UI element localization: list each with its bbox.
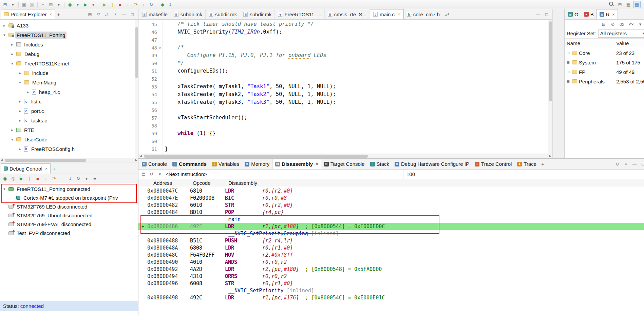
search-icon[interactable] [608,1,615,8]
tab-o[interactable]: ▦O [565,9,581,19]
run-icon[interactable]: ▶ [18,175,25,182]
collapse-all-icon[interactable]: ⊟ [600,20,607,28]
step-into-icon[interactable]: ↓ [42,175,50,182]
save-all-icon[interactable]: ▣ [28,1,36,8]
tab-trace[interactable]: ◆Trace [514,159,539,169]
collapsed-arrow-icon[interactable]: ▸ [18,99,22,104]
scrollbar-thumb[interactable] [549,21,552,101]
code-line[interactable]: xTaskCreate( myTask1, "Task1", 50, NULL,… [165,83,552,91]
minimize-icon[interactable]: — [120,11,128,18]
code-line[interactable]: while (1) {} [165,130,552,137]
registers-name-column-header[interactable]: Name [565,40,614,46]
expanded-arrow-icon[interactable]: ▾ [2,187,7,191]
code-line[interactable]: vTaskStartScheduler(); [165,114,552,122]
scroll-right-icon[interactable]: ▶ [549,154,551,158]
editor-tab-cmsis-rte-s[interactable]: ≡cmsis_rte_S... [325,9,370,19]
stop-icon[interactable]: ■ [34,175,41,182]
editor-hscrollbar[interactable]: ◀ ▶ [138,154,552,158]
code-line[interactable]: configureLEDs(); [165,67,552,75]
tab-variables[interactable]: xVariables [209,159,242,169]
command-script-icon[interactable]: ▤ [140,171,147,178]
project-item-include[interactable]: ▸include [0,68,138,78]
command-history-icon[interactable]: ↺ [148,171,155,178]
editor-body[interactable]: 45464748⊖49505152535455565758596061 /* T… [138,20,552,154]
register-set-combo[interactable]: All registers ▾ [598,29,644,38]
maximize-icon[interactable]: □ [129,11,136,18]
disassembly-rows[interactable]: 0x0800047C6810LDRr0,[r2,#0]0x0800047EF02… [138,187,644,315]
save-icon[interactable]: ▣ [20,1,28,8]
suspend-icon[interactable]: ∥ [109,1,116,8]
collapsed-arrow-icon[interactable]: ▸ [18,109,22,113]
code-line[interactable] [165,137,552,145]
register-group-row[interactable]: ⊞Peripherals2,553 of 2,553 [565,77,644,86]
scroll-left-icon[interactable]: ◀ [139,154,142,158]
debug-dropdown-icon[interactable]: ▾ [74,1,81,8]
project-item-freertos11kernel[interactable]: ▾FreeRTOS11Kernel [0,59,138,68]
collapsed-arrow-icon[interactable]: ▸ [10,42,15,47]
editor-vscrollbar[interactable] [548,20,552,154]
chevron-down-icon[interactable]: ▾ [643,31,644,36]
instruction-step-icon[interactable]: ↧ [67,175,74,182]
collapsed-arrow-icon[interactable]: ▸ [25,90,30,94]
editor-tab-freertos11[interactable]: ◆FreeRTOS11_... [275,9,324,19]
new-dropdown-icon[interactable]: ▾ [9,1,17,8]
code-line[interactable]: /* [165,44,552,52]
project-item-debug[interactable]: ▸Debug [0,49,138,59]
disassembly-label-row[interactable]: main [138,216,644,223]
disassembly-label-row[interactable]: __NVIC_SetPriority [inlined] [138,287,644,294]
expanded-arrow-icon[interactable]: ▾ [10,61,15,66]
tab-project-explorer[interactable]: Project Explorer × [1,9,55,19]
disassembly-row[interactable]: 0x08000484BD10POP{r4,pc} [138,209,644,216]
expand-plus-icon[interactable]: ⊞ [566,60,570,65]
project-item-freertos11-porting[interactable]: ▾FreeRTOS11_Porting [0,30,138,40]
menu-dropdown-icon[interactable]: ▾ [637,20,644,28]
tab-debug-hardware-configure-ip[interactable]: ▦Debug Hardware Configure IP [392,159,472,169]
collapsed-arrow-icon[interactable]: ▸ [18,71,22,75]
run-icon[interactable]: ▶ [82,1,89,8]
new-view-tab-icon[interactable]: + [51,166,58,172]
scrollbar-thumb[interactable] [144,155,368,158]
opcode-column-header[interactable]: Opcode [190,180,225,186]
scroll-left-icon[interactable]: ◀ [1,158,3,162]
debug-target-item-freertos11-porting-connected[interactable]: ▾FreeRTOS11_Porting connected [0,184,138,193]
new-wizard-icon[interactable]: ⊞ [1,1,9,8]
build-dropdown-icon[interactable]: ▾ [55,1,62,8]
project-item-heap-4-c[interactable]: ▸heap_4.c [0,87,138,97]
history-dropdown-icon[interactable]: ▾ [156,171,164,178]
restart-icon[interactable]: ↻ [148,1,155,8]
close-tab-icon[interactable]: × [612,12,615,17]
code-line[interactable] [165,75,552,83]
disassembly-row[interactable]: 0x080004966008STRr0,[r1,#0] [138,280,644,287]
project-item-rte[interactable]: ▸RTE [0,125,138,135]
hex-format-icon[interactable]: 0x [618,20,626,28]
pause-icon[interactable]: ∥ [26,175,33,182]
pin-icon[interactable]: ⊙ [614,160,621,168]
tab-debug-control[interactable]: Debug Control × [1,163,51,174]
disassembly-row[interactable]: 0x0800048A6808LDRr0,[r1,#0] [138,244,644,251]
expand-plus-icon[interactable]: ⊞ [566,70,570,74]
dropdown-icon[interactable]: ▾ [83,175,90,182]
filter-icon[interactable]: ▽ [95,11,102,18]
scroll-right-icon[interactable]: ▶ [135,158,137,162]
project-item-includes[interactable]: ▸Includes [0,40,138,49]
resume-icon[interactable]: ▶ [101,1,108,8]
code-line[interactable] [165,106,552,114]
step-over-icon[interactable]: ↷ [50,175,58,182]
register-group-row[interactable]: ⊞System175 of 175 [565,58,644,67]
project-item-tasks-c[interactable]: ▸tasks.c [0,116,138,125]
close-tab-icon[interactable]: × [398,12,400,17]
project-item-port-c[interactable]: ▸port.c [0,106,138,116]
project-item-list-c[interactable]: ▸list.c [0,97,138,106]
code-line[interactable]: xTaskCreate( myTask2, "Task2", 50, NULL,… [165,91,552,98]
scrollbar-thumb[interactable] [5,159,86,162]
disassembly-row[interactable]: 0x0800047EF0200008BICr0,r0,#8 [138,194,644,201]
pin-icon[interactable]: ⊙ [609,20,617,28]
debug-target-item-stm32f769i-eval-disconnected[interactable]: STM32F769i-EVAL disconnected [0,220,138,229]
disassembly-column-header[interactable]: Disassembly [225,180,644,186]
tab-commands[interactable]: ≡Commands [170,159,209,169]
collapsed-arrow-icon[interactable]: ▸ [18,118,22,123]
expanded-arrow-icon[interactable]: ▾ [2,33,7,37]
registers-value-column-header[interactable]: Value [614,40,644,46]
step-return-icon[interactable]: ↑ [58,175,66,182]
close-tab-icon[interactable]: × [45,166,48,171]
